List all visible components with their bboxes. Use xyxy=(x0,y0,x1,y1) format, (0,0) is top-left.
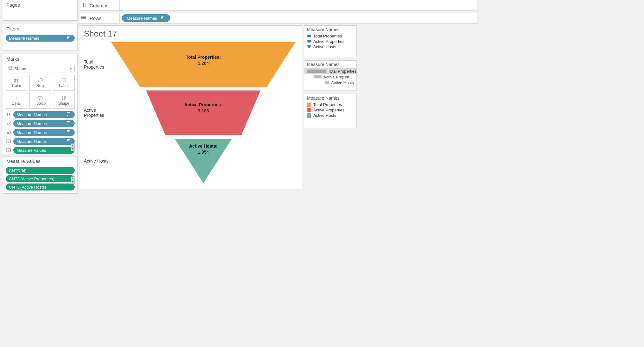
svg-point-30 xyxy=(9,115,10,117)
svg-rect-44 xyxy=(67,131,69,132)
columns-icon xyxy=(79,3,88,8)
scroll-up-button[interactable]: ▲ xyxy=(71,143,75,147)
scroll-up-button[interactable]: ▲ xyxy=(71,177,75,180)
svg-point-37 xyxy=(9,124,10,125)
svg-point-8 xyxy=(17,79,18,81)
rows-label: Rows xyxy=(88,16,119,21)
svg-point-23 xyxy=(62,96,63,97)
rows-pill-measure-names[interactable]: Measure Names xyxy=(122,14,170,22)
svg-rect-48 xyxy=(67,139,70,140)
mv-pill[interactable]: CNTD(Active Properties) xyxy=(6,175,75,182)
svg-rect-1 xyxy=(67,37,69,38)
legend-size-item[interactable]: Total Properties xyxy=(304,68,356,74)
svg-rect-53 xyxy=(82,3,82,7)
svg-rect-40 xyxy=(67,124,68,124)
legend-item[interactable]: Total Properties xyxy=(304,33,356,39)
svg-rect-61 xyxy=(161,18,162,19)
mv-pill[interactable]: CNTD(Active Hosts) xyxy=(6,184,75,190)
marks-pill-values[interactable]: Measure Values xyxy=(13,147,75,154)
label-icon: T xyxy=(6,139,11,143)
marks-tooltip-button[interactable]: Tooltip xyxy=(29,93,51,109)
color-icon xyxy=(6,113,11,117)
svg-rect-49 xyxy=(67,140,69,141)
marks-button-label: Tooltip xyxy=(35,101,46,106)
marks-button-label: Shape xyxy=(58,101,69,106)
scroll-down-button[interactable]: ▼ xyxy=(71,180,75,184)
marks-color-button[interactable]: Color xyxy=(6,75,27,91)
svg-rect-57 xyxy=(81,17,86,18)
columns-drop-zone[interactable] xyxy=(119,0,478,10)
filter-pill-measure-names[interactable]: Measure Names xyxy=(6,35,75,42)
marks-label-button[interactable]: T Label xyxy=(53,75,75,91)
scroll-down-button[interactable]: ▼ xyxy=(71,147,75,151)
measure-values-panel: Measure Values CNTD(Id) CNTD(Active Prop… xyxy=(3,156,78,194)
svg-point-20 xyxy=(18,98,19,99)
legend-item[interactable]: Active Hosts xyxy=(304,113,356,118)
legend-item[interactable]: Active Properties xyxy=(304,39,356,44)
svg-marker-66 xyxy=(307,40,311,43)
filters-panel: Filters Measure Names xyxy=(3,24,78,51)
mv-pill[interactable]: CNTD(Id) xyxy=(6,167,75,174)
marks-type-select[interactable]: Shape ▼ xyxy=(6,65,75,72)
svg-point-29 xyxy=(7,115,9,117)
rows-icon xyxy=(79,15,88,21)
marks-title: Marks xyxy=(3,54,77,65)
funnel-label: Active Hosts xyxy=(189,143,216,149)
svg-rect-55 xyxy=(85,3,85,7)
filters-title: Filters xyxy=(3,24,77,35)
sort-icon xyxy=(63,36,71,41)
legend-size-item[interactable]: Active Properties xyxy=(304,74,356,80)
svg-text:T: T xyxy=(8,149,10,152)
funnel-row: Active Properties Active Properties: 3,1… xyxy=(84,90,297,135)
marks-pill-size[interactable]: Measure Names xyxy=(13,129,75,136)
rows-shelf[interactable]: Rows Measure Names xyxy=(79,13,478,23)
row-header: Active Properties xyxy=(84,108,109,118)
sort-icon xyxy=(157,16,165,21)
columns-label: Columns xyxy=(88,3,119,8)
legend-title: Measure Names xyxy=(304,26,356,33)
legend-size-item[interactable]: Active Hosts xyxy=(304,80,356,85)
svg-rect-43 xyxy=(67,130,70,131)
sort-icon xyxy=(63,130,71,135)
marks-shape-button[interactable]: Shape xyxy=(53,93,75,109)
svg-point-10 xyxy=(17,81,18,83)
funnel-label: Active Properties xyxy=(184,102,221,107)
svg-text:T: T xyxy=(63,79,65,82)
svg-rect-38 xyxy=(67,121,70,122)
legend-item[interactable]: Active Hosts xyxy=(304,44,356,50)
marks-button-label: Color xyxy=(12,83,21,88)
svg-point-3 xyxy=(9,66,10,68)
marks-pill-color[interactable]: Measure Names xyxy=(13,111,75,118)
columns-shelf[interactable]: Columns xyxy=(79,0,478,11)
rows-drop-zone[interactable]: Measure Names xyxy=(119,13,478,23)
marks-detail-button[interactable]: Detail xyxy=(6,93,27,109)
pages-title: Pages xyxy=(3,0,77,11)
svg-text:T: T xyxy=(8,140,10,143)
svg-point-11 xyxy=(39,78,43,82)
svg-marker-5 xyxy=(9,69,10,70)
legend-title: Measure Names xyxy=(304,94,356,102)
svg-point-34 xyxy=(7,122,8,123)
sort-icon xyxy=(63,121,71,126)
shape-icon xyxy=(6,122,11,125)
marks-pill-label[interactable]: Measure Names xyxy=(13,138,75,145)
svg-point-6 xyxy=(10,68,12,70)
funnel-row: Total Properties Total Properties: 5,264 xyxy=(84,42,297,87)
legend-item[interactable]: Active Properties xyxy=(304,107,356,113)
pages-panel: Pages xyxy=(3,0,78,21)
funnel-value: 1,954 xyxy=(189,149,217,155)
row-header: Active Hosts xyxy=(84,158,109,163)
marks-size-button[interactable]: Size xyxy=(29,75,51,91)
svg-rect-2 xyxy=(67,38,68,39)
svg-marker-25 xyxy=(62,98,63,100)
svg-rect-4 xyxy=(10,67,12,68)
svg-rect-39 xyxy=(67,123,69,123)
svg-marker-65 xyxy=(307,35,311,37)
marks-pill-shape[interactable]: Measure Names xyxy=(13,120,75,127)
svg-rect-60 xyxy=(161,17,163,18)
marks-button-label: Label xyxy=(59,83,68,88)
marks-type-label: Shape xyxy=(14,66,26,71)
legend-item[interactable]: Total Properties xyxy=(304,102,356,107)
marks-button-label: Detail xyxy=(12,101,22,106)
svg-rect-54 xyxy=(83,3,84,7)
